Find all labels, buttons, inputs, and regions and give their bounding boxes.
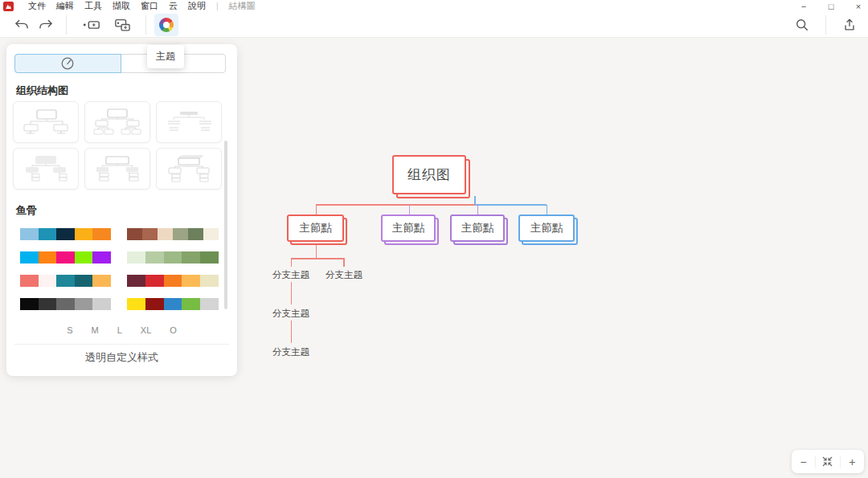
palette-color-block (20, 228, 39, 240)
palette-color-block (164, 251, 182, 264)
palette-swatch[interactable] (20, 251, 111, 264)
menu-capture[interactable]: 擷取 (113, 0, 130, 12)
org-template-thumbnail-5[interactable] (84, 148, 150, 190)
palette-color-block (188, 228, 203, 240)
palette-swatch[interactable] (20, 228, 111, 240)
root-node[interactable]: 组织图 (392, 155, 466, 194)
zoom-in-button[interactable]: + (841, 450, 864, 473)
insert-topic-button[interactable] (80, 14, 104, 36)
fit-to-screen-button[interactable] (816, 450, 839, 473)
theme-tooltip: 主题 (147, 45, 184, 68)
menu-cloud[interactable]: 云 (169, 0, 178, 12)
branch-topic-label-3[interactable]: 分支主题 (272, 308, 310, 320)
branch-horizontal (291, 258, 345, 259)
connector-horizontal-left (316, 204, 476, 206)
size-option-m[interactable]: M (92, 325, 99, 335)
connector-drop-child1 (316, 205, 317, 214)
size-option-xl[interactable]: XL (141, 325, 151, 335)
theme-button[interactable] (154, 14, 178, 36)
palette-color-block (39, 228, 57, 240)
child-node-1[interactable]: 主節點 (287, 214, 344, 242)
share-export-button[interactable] (837, 14, 862, 36)
panel-divider (14, 344, 229, 345)
color-palette-grid (20, 228, 223, 310)
child-node-4[interactable]: 主節點 (518, 214, 575, 242)
app-logo-icon (3, 2, 14, 11)
branch-topic-label-2[interactable]: 分支主题 (325, 269, 363, 281)
palette-color-block (182, 275, 200, 287)
palette-swatch[interactable] (20, 275, 111, 287)
menu-separator: | (216, 2, 219, 10)
undo-button[interactable] (10, 14, 34, 36)
branch-stub (316, 245, 317, 259)
section-title-fishbone: 鱼骨 (16, 203, 37, 218)
palette-color-block (39, 251, 57, 264)
palette-swatch[interactable] (127, 228, 219, 240)
theme-style-panel: 组织结构图 (6, 44, 237, 376)
branch-topic-label-4[interactable]: 分支主题 (272, 346, 310, 358)
palette-color-block (75, 251, 93, 264)
insert-subtopic-icon (113, 17, 132, 33)
redo-button[interactable] (34, 14, 58, 36)
menu-tools[interactable]: 工具 (84, 0, 102, 12)
palette-color-block (164, 275, 182, 287)
toolbar-divider (145, 15, 146, 35)
org-template-thumbnail-3[interactable] (156, 101, 222, 143)
palette-color-block (56, 228, 75, 240)
palette-color-block (56, 298, 75, 310)
palette-swatch[interactable] (127, 275, 219, 287)
palette-color-block (127, 275, 145, 287)
org-template-thumbnail-6[interactable] (156, 148, 222, 190)
window-controls: − □ × (799, 0, 863, 12)
insert-subtopic-button[interactable] (110, 14, 134, 36)
branch-topic-label-1[interactable]: 分支主题 (272, 269, 310, 281)
palette-color-block (39, 298, 57, 310)
search-button[interactable] (790, 14, 814, 36)
size-option-l[interactable]: L (117, 325, 122, 335)
palette-color-block (164, 298, 182, 310)
menu-edit[interactable]: 編輯 (56, 0, 74, 12)
tab-style[interactable] (14, 54, 121, 73)
palette-color-block (203, 228, 219, 240)
palette-color-block (92, 275, 111, 287)
palette-color-block (200, 298, 219, 310)
org-template-thumbnail-2[interactable] (84, 101, 150, 143)
palette-color-block (127, 298, 145, 310)
panel-scrollbar[interactable] (224, 141, 227, 309)
maximize-button[interactable]: □ (826, 2, 836, 11)
size-option-s[interactable]: S (67, 325, 72, 335)
size-option-o[interactable]: O (170, 325, 177, 335)
child-node-3[interactable]: 主節點 (450, 214, 505, 242)
menu-file[interactable]: 文件 (28, 0, 46, 12)
org-template-thumbnail-1[interactable] (13, 101, 79, 143)
palette-color-block (20, 251, 39, 264)
transparent-custom-style-button[interactable]: 透明自定义样式 (6, 350, 237, 365)
palette-color-block (182, 298, 200, 310)
menu-window[interactable]: 窗口 (141, 0, 158, 12)
org-template-thumbnail-4[interactable] (13, 148, 79, 190)
connector-drop-child3 (477, 205, 479, 214)
menu-help[interactable]: 說明 (188, 0, 206, 12)
branch-drop-left (291, 259, 293, 267)
document-tab-label[interactable]: 結構圖 (229, 0, 256, 12)
minimize-button[interactable]: − (799, 2, 809, 11)
palette-color-block (20, 298, 39, 310)
palette-color-block (75, 228, 93, 240)
toolbar-right (790, 12, 862, 38)
palette-swatch[interactable] (127, 251, 219, 264)
share-icon (842, 18, 857, 32)
palette-color-block (145, 298, 164, 310)
palette-swatch[interactable] (127, 298, 219, 310)
zoom-out-button[interactable]: − (792, 450, 815, 473)
palette-color-block (127, 228, 142, 240)
palette-color-block (75, 275, 93, 287)
child-node-2[interactable]: 主節點 (381, 214, 436, 242)
close-button[interactable]: × (854, 2, 863, 11)
palette-color-block (182, 251, 200, 264)
palette-color-block (200, 251, 219, 264)
palette-swatch[interactable] (20, 298, 111, 310)
branch-drop-right (343, 259, 345, 267)
section-title-org-chart: 组织结构图 (16, 84, 68, 98)
search-icon (795, 18, 809, 32)
palette-color-block (56, 251, 75, 264)
